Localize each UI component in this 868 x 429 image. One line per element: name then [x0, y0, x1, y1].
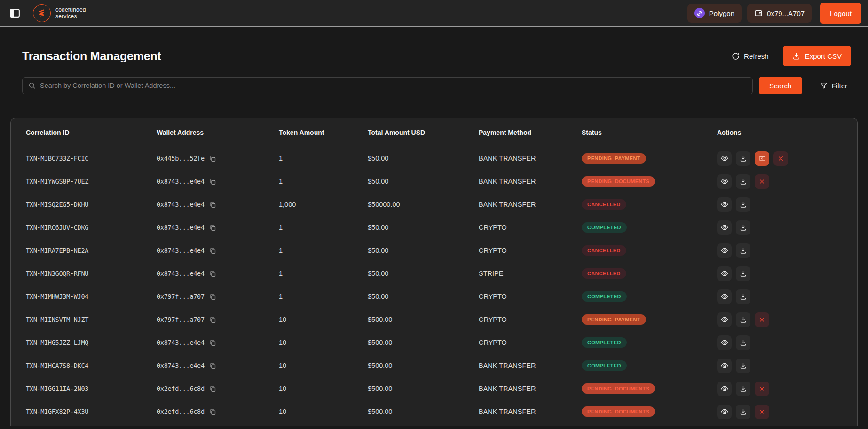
cancel-transaction-button[interactable] [755, 382, 769, 396]
download-receipt-button[interactable] [736, 174, 750, 189]
download-icon [740, 362, 747, 369]
copy-wallet-button[interactable] [209, 385, 216, 392]
close-icon [759, 386, 765, 392]
search-input[interactable] [40, 82, 747, 89]
cell-wallet-address: 0x2efd...6c8d [157, 385, 205, 392]
download-receipt-button[interactable] [736, 359, 750, 373]
close-icon [759, 317, 765, 323]
table-row: TXN-MIRA7EPB-NE2A 0x8743...e4e4 1 $50.00… [11, 239, 857, 262]
cancel-transaction-button[interactable] [755, 405, 769, 419]
cell-payment-method: BANK TRANSFER [479, 362, 582, 369]
cell-total-amount-usd: $50.00 [368, 178, 479, 185]
download-receipt-button[interactable] [736, 151, 750, 166]
cell-correlation-id: TXN-MIGFX82P-4X3U [26, 408, 157, 415]
copy-wallet-button[interactable] [209, 316, 216, 323]
cell-payment-method: BANK TRANSFER [479, 178, 582, 185]
copy-wallet-button[interactable] [209, 408, 216, 415]
refresh-button[interactable]: Refresh [732, 52, 769, 60]
export-csv-button[interactable]: Export CSV [783, 46, 851, 66]
view-transaction-button[interactable] [717, 174, 732, 189]
download-receipt-button[interactable] [736, 220, 750, 235]
download-receipt-button[interactable] [736, 312, 750, 327]
view-transaction-button[interactable] [717, 382, 732, 396]
view-transaction-button[interactable] [717, 312, 732, 327]
cell-token-amount: 1 [279, 155, 368, 162]
cell-wallet-address: 0x8743...e4e4 [157, 362, 205, 369]
view-transaction-button[interactable] [717, 405, 732, 419]
search-button[interactable]: Search [759, 77, 802, 94]
cancel-transaction-button[interactable] [755, 312, 769, 327]
view-transaction-button[interactable] [717, 243, 732, 258]
view-transaction-button[interactable] [717, 151, 732, 166]
copy-wallet-button[interactable] [209, 247, 216, 254]
column-header-total-amount-usd: Total Amount USD [368, 129, 479, 136]
cell-total-amount-usd: $50.00 [368, 270, 479, 277]
copy-wallet-button[interactable] [209, 201, 216, 208]
copy-wallet-button[interactable] [209, 293, 216, 300]
status-badge: CANCELLED [582, 245, 626, 256]
cell-actions [717, 359, 842, 373]
cell-payment-method: CRYPTO [479, 293, 582, 300]
copy-wallet-button[interactable] [209, 224, 216, 231]
logout-button[interactable]: Logout [820, 3, 861, 24]
table-row: TXN-MJBC733Z-FCIC 0x445b...52fe 1 $50.00… [11, 147, 857, 170]
copy-wallet-button[interactable] [209, 155, 216, 162]
column-header-correlation-id: Correlation ID [26, 129, 157, 136]
network-badge[interactable]: Polygon [687, 4, 742, 23]
download-receipt-button[interactable] [736, 382, 750, 396]
network-badge-label: Polygon [709, 9, 734, 17]
download-receipt-button[interactable] [736, 243, 750, 258]
eye-icon [721, 362, 728, 369]
cell-wallet-address: 0x797f...a707 [157, 316, 205, 323]
view-transaction-button[interactable] [717, 266, 732, 281]
eye-icon [721, 316, 728, 323]
cell-wallet-address: 0x8743...e4e4 [157, 270, 205, 277]
eye-icon [721, 224, 728, 231]
brand-line-1: codefunded [55, 7, 86, 13]
view-transaction-button[interactable] [717, 359, 732, 373]
view-transaction-button[interactable] [717, 289, 732, 304]
filter-icon [820, 82, 828, 89]
copy-icon [209, 247, 216, 254]
download-receipt-button[interactable] [736, 335, 750, 350]
copy-icon [209, 155, 216, 162]
view-transaction-button[interactable] [717, 335, 732, 350]
download-icon [740, 201, 747, 208]
download-receipt-button[interactable] [736, 405, 750, 419]
download-receipt-button[interactable] [736, 266, 750, 281]
copy-icon [209, 201, 216, 208]
cell-actions [717, 220, 842, 235]
cancel-transaction-button[interactable] [755, 174, 769, 189]
cell-payment-method: CRYPTO [479, 224, 582, 231]
sidebar-toggle-button[interactable] [7, 5, 23, 21]
status-badge: COMPLETED [582, 337, 627, 348]
copy-wallet-button[interactable] [209, 339, 216, 346]
cell-total-amount-usd: $500.00 [368, 339, 479, 346]
table-row: TXN-MISQ2EG5-DKHU 0x8743...e4e4 1,000 $5… [11, 193, 857, 216]
table-row: TXN-MIINSVTM-NJZT 0x797f...a707 10 $500.… [11, 308, 857, 331]
view-transaction-button[interactable] [717, 220, 732, 235]
status-badge: PENDING_DOCUMENTS [582, 176, 655, 187]
download-receipt-button[interactable] [736, 289, 750, 304]
download-receipt-button[interactable] [736, 197, 750, 212]
copy-wallet-button[interactable] [209, 362, 216, 369]
filter-button[interactable]: Filter [820, 82, 858, 90]
copy-icon [209, 178, 216, 185]
download-icon [740, 247, 747, 254]
page-content: Transaction Management Refresh Export C [0, 46, 868, 426]
view-transaction-button[interactable] [717, 197, 732, 212]
link-icon [694, 8, 705, 18]
cell-token-amount: 1 [279, 224, 368, 231]
cell-actions [717, 335, 842, 350]
mark-paid-button[interactable] [755, 151, 769, 166]
download-icon [740, 270, 747, 277]
cell-correlation-id: TXN-MIYWGS8P-7UEZ [26, 178, 157, 185]
status-badge: PENDING_DOCUMENTS [582, 383, 655, 394]
cell-payment-method: CRYPTO [479, 247, 582, 254]
status-badge: COMPLETED [582, 360, 627, 371]
cancel-transaction-button[interactable] [773, 151, 788, 166]
copy-wallet-button[interactable] [209, 178, 216, 185]
wallet-address-badge[interactable]: 0x79...A707 [747, 4, 812, 23]
cell-total-amount-usd: $500.00 [368, 385, 479, 392]
copy-wallet-button[interactable] [209, 270, 216, 277]
